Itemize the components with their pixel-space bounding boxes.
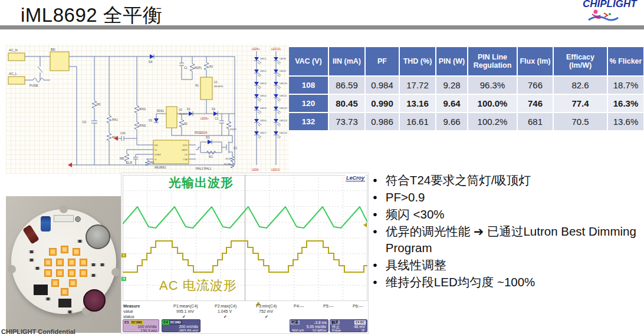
led-label: LED10 bbox=[280, 82, 287, 85]
trigger-level-marker-icon bbox=[363, 223, 367, 227]
bullet-icon: ● bbox=[373, 257, 377, 273]
bullet-item: ●频闪 <30% bbox=[373, 206, 637, 223]
diode-d4: D4 bbox=[149, 54, 154, 64]
table-header-cell: IIN (mA) bbox=[329, 47, 364, 75]
led-string-a: LED6+ LED1 LED2 LED3 LED4 LED5 LED6 LED7… bbox=[252, 48, 267, 171]
table-cell: 18.7% bbox=[608, 77, 643, 94]
table-header-cell: Efficacy (lm/W) bbox=[554, 47, 607, 75]
bullet-text: 优异的调光性能 ➔ 已通过Lutron Best Dimming Program bbox=[386, 223, 637, 256]
smd-component bbox=[91, 263, 96, 266]
net-label: LED13- bbox=[271, 168, 281, 171]
bullet-text: 具线性调整 bbox=[386, 257, 446, 273]
measure-status-icon: ✔ bbox=[224, 315, 227, 319]
component-label: RIN2 bbox=[139, 124, 146, 127]
led-chip bbox=[80, 269, 87, 277]
component-label: RDP1 bbox=[195, 67, 202, 70]
bullet-text: 频闪 <30% bbox=[386, 206, 445, 223]
ic-pin-label: CSA bbox=[183, 158, 188, 161]
board-notch bbox=[8, 265, 16, 273]
ac-input-terminals: AC_N AC_L FUSE bbox=[8, 48, 50, 87]
measure-value: 752 mV bbox=[259, 309, 273, 313]
timebase-scale: 5.00 ms/div bbox=[290, 325, 328, 329]
timebase-rate: 10 MS/s bbox=[312, 329, 326, 332]
led-chip bbox=[68, 259, 75, 266]
ic-pin-label: VDD bbox=[183, 144, 188, 147]
measure-value: 995.1 mV bbox=[176, 309, 194, 313]
net-label: LED6- bbox=[252, 168, 259, 171]
led-label: LED2 bbox=[260, 70, 267, 72]
trigger-level: 46 mV bbox=[354, 325, 365, 329]
component-label: CIN bbox=[120, 131, 126, 135]
trigger-title: 触发 bbox=[330, 320, 340, 325]
timebase-title: 时基 bbox=[290, 320, 300, 325]
led-chip bbox=[68, 269, 75, 277]
led-symbol: LED5 bbox=[254, 107, 267, 114]
ic-pin-label: VL bbox=[155, 148, 158, 151]
led-label: LED1 bbox=[260, 57, 267, 60]
led-label: LED3 bbox=[260, 82, 267, 85]
bullet-icon: ● bbox=[373, 206, 377, 223]
pcb-photo bbox=[6, 196, 121, 333]
smd-component bbox=[35, 267, 40, 270]
led-symbol: LED8 bbox=[274, 57, 286, 64]
pcb-board bbox=[11, 209, 116, 314]
component-label: U1 bbox=[214, 81, 218, 84]
table-header-cell: % Flicker bbox=[608, 47, 643, 75]
table-cell: 100.2% bbox=[468, 113, 517, 130]
ic-pin-label: DREF bbox=[155, 153, 161, 156]
table-cell: 766 bbox=[518, 77, 553, 94]
channel1-id: C1 bbox=[123, 320, 130, 325]
board-notch bbox=[60, 205, 68, 213]
channel-marker-1: 1 bbox=[121, 253, 126, 257]
led-label: LED7 bbox=[260, 131, 267, 134]
feature-bullet-list: ●符合T24要求之筒灯/吸顶灯 ●PF>0.9 ●频闪 <30% ●优异的调光性… bbox=[373, 172, 637, 291]
measure-param: P3:min(C4) bbox=[256, 304, 277, 308]
table-cell: 77.4 bbox=[554, 95, 607, 112]
timebase-offset: -3.8 ms bbox=[314, 320, 327, 325]
fuse-resistor bbox=[54, 215, 74, 222]
oscilloscope-capture: 光输出波形 LeCroy AC 电流波形 1 4 Measure value s… bbox=[121, 173, 369, 334]
led-chip bbox=[80, 259, 87, 266]
table-cell: 13.6% bbox=[608, 113, 643, 130]
measure-label: Measure bbox=[123, 304, 140, 308]
led-label: LED14 bbox=[280, 131, 287, 134]
led-chip bbox=[49, 248, 57, 256]
ground-icon bbox=[68, 163, 72, 167]
measure-param: P4:--- bbox=[294, 304, 304, 308]
footer-confidential: CHIPLIGHT Confidential bbox=[1, 328, 75, 334]
measure-label: value bbox=[123, 309, 133, 313]
measure-param: P1:mean(C4) bbox=[173, 304, 198, 308]
metal-dome bbox=[75, 216, 81, 222]
bullet-item: ●优异的调光性能 ➔ 已通过Lutron Best Dimming Progra… bbox=[373, 223, 637, 256]
smd-component bbox=[67, 310, 73, 313]
bullet-item: ●维持分段LED均匀度 ~100% bbox=[373, 274, 637, 290]
component-label: D3 bbox=[212, 108, 215, 111]
table-cell: 86.59 bbox=[329, 77, 364, 94]
table-cell: 96.3% bbox=[468, 77, 517, 94]
component-label: RCS bbox=[226, 157, 231, 160]
bridge-rectifier: BD bbox=[50, 48, 77, 165]
channel1-descriptor: C1 DC1MΩ 100 mV/div 130.3 mV bbox=[123, 319, 159, 332]
component-label: D4 bbox=[149, 60, 153, 64]
table-cell: 9.28 bbox=[436, 77, 467, 94]
gate-drive: DG RG Q1 RCS RCSA bbox=[196, 135, 238, 168]
bullet-item: ●PF>0.9 bbox=[373, 189, 637, 206]
component-label: BD bbox=[51, 48, 55, 51]
led-chip bbox=[44, 269, 52, 277]
led-label: LED8 bbox=[280, 57, 286, 60]
led-chip bbox=[73, 248, 80, 256]
ic-pin-label: GATE bbox=[181, 148, 188, 151]
sense-branch: C1 RDP1 R3 U1 iML8695 R1 bbox=[179, 57, 224, 114]
ac-current-label: AC 电流波形 bbox=[159, 277, 237, 295]
channel4-offset: -963.69 mV bbox=[162, 329, 200, 332]
bullet-icon: ● bbox=[373, 189, 377, 206]
table-header-cell: PF bbox=[366, 47, 399, 75]
led-label: LED5 bbox=[260, 107, 267, 110]
led-label: LED11 bbox=[280, 94, 287, 97]
led-symbol: LED3 bbox=[254, 82, 267, 89]
bullet-text: 维持分段LED均匀度 ~100% bbox=[386, 274, 535, 290]
component-label: R2 bbox=[184, 123, 188, 125]
slide: iML8692 全平衡 CHIPLIGHT AC_N AC_L FUSE bbox=[0, 0, 644, 334]
table-header-cell: PIN (W) bbox=[436, 47, 467, 75]
table-cell: 0.984 bbox=[366, 77, 399, 94]
